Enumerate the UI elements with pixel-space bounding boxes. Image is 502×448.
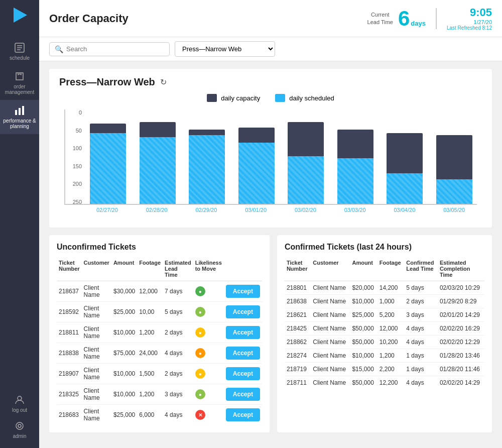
bar-scheduled	[189, 135, 225, 204]
accept-button[interactable]: Accept	[226, 347, 260, 360]
accept-button[interactable]: Accept	[226, 285, 260, 298]
col-amount: Amount	[111, 257, 137, 281]
sidebar-item-logout[interactable]: log out	[0, 391, 39, 417]
sidebar-logo[interactable]	[10, 5, 30, 27]
current-time: 9:05	[447, 6, 492, 19]
likelihood-dot: ●	[195, 369, 205, 379]
bar-group	[234, 128, 280, 204]
current-date: 1/27/20	[447, 19, 492, 25]
performance-planning-icon	[14, 105, 25, 116]
likelihood-dot: ●	[195, 389, 205, 399]
table-row: 218719Client Name$15,0002,2001 days01/28…	[285, 363, 484, 376]
header: Order Capacity Current Lead Time 6 days …	[39, 0, 502, 37]
bar-capacity	[189, 130, 225, 135]
admin-label: admin	[13, 433, 26, 439]
sidebar-item-admin[interactable]: admin	[0, 417, 39, 443]
last-refreshed: Last Refreshed 8:12	[447, 25, 492, 31]
col-action	[224, 257, 262, 281]
bar-scheduled	[288, 156, 324, 204]
schedule-icon	[14, 42, 25, 53]
schedule-label: schedule	[10, 55, 30, 61]
chart-header: Press—Narrow Web ↻	[59, 76, 482, 88]
table-row: 218621Client Name$25,0005,2003 days02/01…	[285, 308, 484, 322]
sidebar-item-schedule[interactable]: schedule	[0, 37, 39, 66]
bar-scheduled	[90, 133, 126, 204]
legend-scheduled-label: daily scheduled	[289, 94, 334, 102]
col-ticket-num: TicketNumber	[57, 257, 82, 281]
sidebar-item-order-management[interactable]: order management	[0, 66, 39, 100]
y-axis-label: 50	[65, 128, 82, 134]
legend-dark-box	[207, 94, 217, 102]
accept-button[interactable]: Accept	[226, 388, 260, 401]
y-axis-label: 250	[65, 199, 82, 205]
likelihood-dot: ●	[195, 286, 205, 296]
y-axis-label: 100	[65, 145, 82, 151]
bar-group	[432, 135, 477, 204]
y-axis-label: 150	[65, 163, 82, 169]
search-icon: 🔍	[55, 45, 63, 53]
likelihood-dot: ●	[195, 307, 205, 317]
unconfirmed-title: Unconfirmed Tickets	[57, 243, 262, 252]
likelihood-dot: ●	[195, 348, 205, 358]
bar-chart: 250200150100500 02/27/2002/28/2002/29/20…	[64, 109, 477, 220]
bar-scheduled	[387, 173, 423, 204]
confirmed-table: TicketNumber Customer Amount Footage Con…	[285, 257, 484, 389]
svg-rect-7	[22, 106, 24, 115]
time-box: 9:05 1/27/20 Last Refreshed 8:12	[447, 6, 492, 31]
accept-button[interactable]: Accept	[226, 305, 260, 318]
unconfirmed-tbody: 218637Client Name$30,00012,0007 days●Acc…	[57, 281, 262, 425]
bar-scheduled	[140, 137, 176, 204]
chart-legend: daily capacity daily scheduled	[59, 94, 482, 102]
table-row: 218638Client Name$10,0001,0002 days01/29…	[285, 295, 484, 308]
bar-group	[85, 124, 131, 204]
table-row: 218637Client Name$30,00012,0007 days●Acc…	[57, 281, 262, 302]
col-footage-c: Footage	[378, 257, 405, 281]
sidebar-item-performance-planning[interactable]: performance & planning	[0, 100, 39, 134]
table-row: 218907Client Name$10,0001,5002 days●Acce…	[57, 364, 262, 384]
bar-group	[382, 133, 428, 204]
lead-time-unit: days	[411, 20, 426, 27]
bar-group	[333, 130, 379, 204]
table-row: 218425Client Name$50,00012,0004 days02/0…	[285, 322, 484, 335]
tables-section: Unconfirmed Tickets TicketNumber Custome…	[49, 235, 492, 432]
confirmed-title: Confirmed Tickets (last 24 hours)	[285, 243, 484, 252]
bar-capacity	[238, 128, 275, 143]
sidebar: schedule order management performance & …	[0, 0, 39, 448]
chart-area: 250200150100500	[64, 109, 477, 205]
bar-capacity	[288, 122, 324, 156]
table-row: 218862Client Name$50,00010,2004 days02/0…	[285, 335, 484, 349]
press-select[interactable]: Press—Narrow WebPress—Wide WebPress—Digi…	[175, 41, 275, 57]
svg-rect-5	[15, 110, 17, 115]
order-management-label: order management	[3, 84, 37, 95]
legend-blue-box	[275, 94, 285, 102]
admin-icon	[15, 421, 25, 432]
chart-title: Press—Narrow Web	[59, 76, 155, 88]
accept-button[interactable]: Accept	[226, 326, 260, 339]
chart-section: Press—Narrow Web ↻ daily capacity daily …	[49, 69, 492, 228]
legend-daily-scheduled: daily scheduled	[275, 94, 334, 102]
x-axis-label: 03/05/20	[431, 207, 477, 213]
x-axis-label: 03/02/20	[283, 207, 328, 213]
order-management-icon	[14, 71, 25, 82]
accept-button[interactable]: Accept	[226, 408, 260, 421]
x-labels: 02/27/2002/28/2002/29/2003/01/2003/02/20…	[64, 207, 477, 213]
svg-point-10	[18, 424, 21, 427]
search-box[interactable]: 🔍	[49, 42, 170, 56]
x-axis-label: 02/27/20	[84, 207, 130, 213]
y-axis: 250200150100500	[65, 109, 84, 205]
bar-scheduled	[238, 143, 275, 204]
search-input[interactable]	[66, 45, 164, 53]
table-row: 218592Client Name$25,00010,005 days●Acce…	[57, 302, 262, 322]
col-amount-c: Amount	[350, 257, 377, 281]
accept-button[interactable]: Accept	[226, 367, 260, 380]
col-customer-c: Customer	[311, 257, 350, 281]
svg-point-8	[18, 396, 22, 400]
x-axis-label: 02/28/20	[134, 207, 180, 213]
confirmed-tbody: 218801Client Name$20,00014,2005 days02/0…	[285, 281, 484, 390]
bar-capacity	[337, 130, 373, 158]
x-axis-label: 03/01/20	[233, 207, 279, 213]
refresh-icon[interactable]: ↻	[160, 77, 167, 87]
svg-point-9	[16, 422, 23, 429]
performance-planning-label: performance & planning	[3, 118, 37, 129]
table-row: 218838Client Name$75,00024,0004 days●Acc…	[57, 343, 262, 364]
